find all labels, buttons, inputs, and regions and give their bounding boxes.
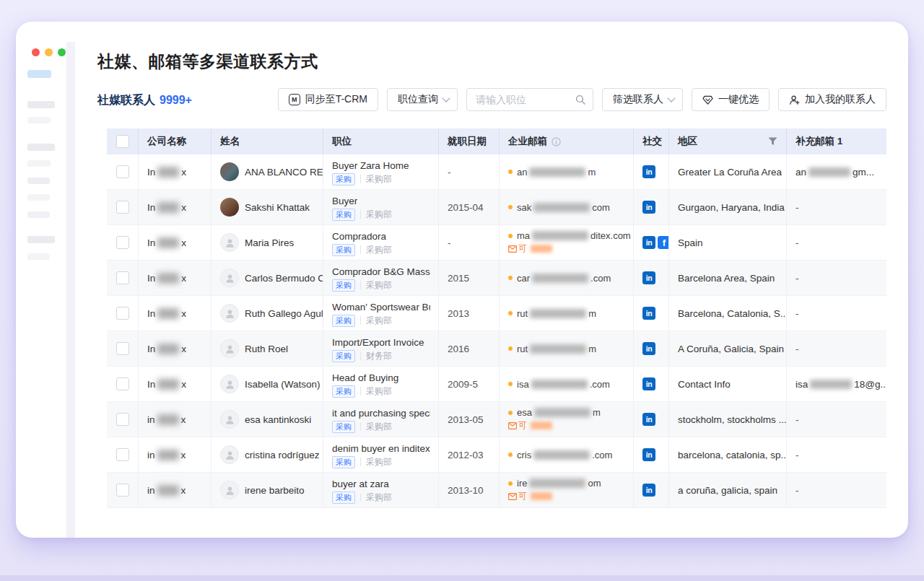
position-cell: it and purchasing speci... 采购 采购部 xyxy=(323,402,439,437)
sync-to-tcrm-button[interactable]: M 同步至T-CRM xyxy=(278,88,378,111)
company-prefix: In xyxy=(147,237,155,248)
linkedin-icon[interactable]: in xyxy=(642,448,655,461)
row-checkbox[interactable] xyxy=(116,448,129,461)
redacted-company xyxy=(157,237,179,248)
filter-funnel-icon[interactable] xyxy=(768,137,777,146)
position-query-label: 职位查询 xyxy=(398,93,438,106)
alt-email-cell: angm... xyxy=(787,154,886,189)
sidebar-item-active[interactable] xyxy=(27,70,51,78)
date-cell: 2009-5 xyxy=(439,367,500,401)
date-cell: - xyxy=(439,154,500,189)
email-status-dot xyxy=(508,276,513,280)
row-checkbox[interactable] xyxy=(116,165,129,178)
table-row: Inx Ruth Gallego Agulló Woman' Sportswea… xyxy=(107,296,886,331)
contact-name[interactable]: Ruth Gallego Agulló xyxy=(245,308,323,319)
add-to-my-contacts-button[interactable]: 加入我的联系人 xyxy=(778,88,886,111)
sidebar-item xyxy=(27,194,50,201)
select-all-checkbox[interactable] xyxy=(116,135,129,148)
purchase-tag: 采购 xyxy=(332,173,355,185)
email-suffix: m xyxy=(588,344,596,354)
alt-email-plain: - xyxy=(796,202,799,213)
alt-email-prefix: an xyxy=(796,167,806,178)
department-label: 财务部 xyxy=(366,350,392,362)
row-checkbox[interactable] xyxy=(116,377,129,390)
linkedin-icon[interactable]: in xyxy=(642,413,655,426)
row-checkbox[interactable] xyxy=(116,307,129,320)
redacted-deliverable xyxy=(531,245,552,253)
contact-name[interactable]: ANA BLANCO REY xyxy=(245,167,323,178)
company-suffix: x xyxy=(181,308,186,319)
region-cell: stockholm, stockholms ... xyxy=(669,402,787,437)
one-click-select-label: 一键优选 xyxy=(718,93,759,106)
search-icon[interactable] xyxy=(575,95,585,105)
redacted-email xyxy=(529,167,585,177)
linkedin-icon[interactable]: in xyxy=(642,201,655,214)
email-status-dot xyxy=(508,234,513,238)
position-search-input[interactable] xyxy=(467,94,628,105)
linkedin-icon[interactable]: in xyxy=(642,307,655,320)
employment-date: 2016 xyxy=(448,344,469,354)
table-row: Inx Ruth Roel Import/Export Invoice 采购 财… xyxy=(107,331,886,367)
alt-email-cell: - xyxy=(787,437,886,472)
purchase-tag: 采购 xyxy=(332,279,355,292)
company-cell: Inx xyxy=(139,190,212,224)
region-text: Gurgaon, Haryana, India xyxy=(678,202,785,213)
position-cell: Woman' Sportswear Bu... 采购 采购部 xyxy=(323,296,439,331)
region-text: Barcelona, Catalonia, S... xyxy=(678,308,787,319)
linkedin-icon[interactable]: in xyxy=(642,271,655,284)
one-click-select-button[interactable]: 一键优选 xyxy=(692,88,770,111)
dept-separator xyxy=(360,281,361,289)
alt-email-plain: - xyxy=(796,273,799,284)
social-cell: in xyxy=(634,296,669,331)
alt-email-cell: - xyxy=(787,402,886,437)
contact-name[interactable]: Carlos Bermudo Cr... xyxy=(245,273,323,284)
row-checkbox[interactable] xyxy=(116,413,129,426)
social-cell: in xyxy=(634,261,669,295)
name-cell: ANA BLANCO REY xyxy=(212,154,323,189)
linkedin-icon[interactable]: in xyxy=(642,342,655,355)
contact-name[interactable]: irene barbeito xyxy=(245,485,305,496)
social-cell: in xyxy=(634,473,669,507)
person-icon xyxy=(225,344,235,354)
email-prefix: rut xyxy=(517,308,528,319)
row-checkbox[interactable] xyxy=(116,236,129,249)
page-bottom-strip xyxy=(0,575,924,581)
alt-email-cell: - xyxy=(787,190,886,224)
minimize-window-icon[interactable] xyxy=(45,48,53,56)
company-prefix: In xyxy=(147,167,155,178)
deliverable-tag: 可 xyxy=(508,490,554,502)
region-text: barcelona, catalonia, sp... xyxy=(678,450,787,460)
contact-name[interactable]: Isabella (Watson) L... xyxy=(245,379,323,390)
linkedin-icon[interactable]: in xyxy=(642,165,655,178)
linkedin-icon[interactable]: in xyxy=(642,377,655,390)
deliverable-label: 可 xyxy=(518,419,527,432)
email-cell: sakcom xyxy=(500,190,634,224)
contact-name[interactable]: Ruth Roel xyxy=(245,344,288,354)
department-label: 采购部 xyxy=(366,492,392,504)
name-cell: Carlos Bermudo Cr... xyxy=(212,261,323,295)
company-suffix: x xyxy=(181,450,186,460)
row-checkbox[interactable] xyxy=(116,342,129,355)
region-cell: a coruña, galicia, spain xyxy=(669,473,787,507)
linkedin-icon[interactable]: in xyxy=(642,484,655,497)
linkedin-icon[interactable]: in xyxy=(642,236,655,249)
info-icon[interactable] xyxy=(552,137,561,147)
facebook-icon[interactable]: f xyxy=(658,236,669,249)
sidebar-item xyxy=(27,144,55,151)
maximize-window-icon[interactable] xyxy=(58,48,66,56)
contact-name[interactable]: cristina rodríguez xyxy=(245,450,320,460)
row-checkbox[interactable] xyxy=(116,271,129,284)
contact-name[interactable]: Sakshi Khattak xyxy=(245,202,310,213)
header-email: 企业邮箱 xyxy=(500,128,634,154)
contacts-count-label: 社媒联系人9999+ xyxy=(97,93,192,108)
position-query-dropdown[interactable]: 职位查询 xyxy=(387,88,458,111)
contact-name[interactable]: Maria Pires xyxy=(245,237,294,248)
name-cell: irene barbeito xyxy=(212,473,323,507)
row-checkbox[interactable] xyxy=(116,201,129,214)
date-cell: 2013 xyxy=(439,296,500,331)
contact-name[interactable]: esa kantinkoski xyxy=(245,414,311,425)
close-window-icon[interactable] xyxy=(32,48,40,56)
row-select-cell xyxy=(107,190,139,224)
row-checkbox[interactable] xyxy=(116,484,129,497)
avatar xyxy=(220,481,239,499)
